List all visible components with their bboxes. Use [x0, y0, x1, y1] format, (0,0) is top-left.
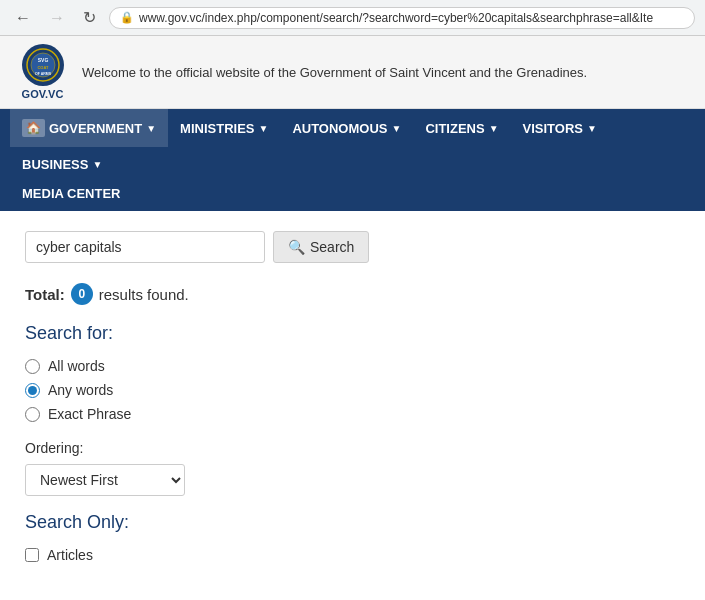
home-icon: 🏠: [22, 119, 45, 137]
nav-item-government[interactable]: 🏠 GOVERNMENT ▼: [10, 109, 168, 147]
announcement-bar: SVG COAT OF ARMS GOV.VC Welcome to the o…: [0, 36, 705, 109]
nav-label-citizens: CITIZENS: [425, 121, 484, 136]
nav-label-visitors: VISITORS: [523, 121, 583, 136]
nav-label-business: BUSINESS: [22, 157, 88, 172]
results-suffix: results found.: [99, 286, 189, 303]
url-bar[interactable]: 🔒 www.gov.vc/index.php/component/search/…: [109, 7, 695, 29]
search-input[interactable]: [25, 231, 265, 263]
nav-item-citizens[interactable]: CITIZENS ▼: [413, 111, 510, 146]
search-row: 🔍 Search: [25, 231, 680, 263]
announcement-text: Welcome to the official website of the G…: [82, 65, 587, 80]
chevron-down-icon: ▼: [146, 123, 156, 134]
logo-area: SVG COAT OF ARMS GOV.VC: [15, 44, 70, 100]
nav-item-ministries[interactable]: MINISTRIES ▼: [168, 111, 280, 146]
checkbox-articles-input[interactable]: [25, 548, 39, 562]
logo-emblem: SVG COAT OF ARMS: [22, 44, 64, 86]
reload-button[interactable]: ↻: [78, 6, 101, 29]
nav-item-media-center[interactable]: MEDIA CENTER: [10, 182, 132, 205]
chevron-down-icon: ▼: [392, 123, 402, 134]
second-nav: MEDIA CENTER: [0, 182, 705, 211]
lock-icon: 🔒: [120, 11, 134, 24]
main-content: 🔍 Search Total: 0 results found. Search …: [0, 211, 705, 583]
results-total: Total: 0 results found.: [25, 283, 680, 305]
browser-bar: ← → ↻ 🔒 www.gov.vc/index.php/component/s…: [0, 0, 705, 36]
search-icon: 🔍: [288, 239, 305, 255]
radio-all-words-label: All words: [48, 358, 105, 374]
ordering-label: Ordering:: [25, 440, 680, 456]
radio-group: All words Any words Exact Phrase: [25, 358, 680, 422]
nav-item-visitors[interactable]: VISITORS ▼: [511, 111, 609, 146]
chevron-down-icon: ▼: [587, 123, 597, 134]
radio-any-words-label: Any words: [48, 382, 113, 398]
radio-all-words-input[interactable]: [25, 359, 40, 374]
checkbox-articles[interactable]: Articles: [25, 547, 680, 563]
url-text: www.gov.vc/index.php/component/search/?s…: [139, 11, 653, 25]
nav-label-government: GOVERNMENT: [49, 121, 142, 136]
radio-exact-phrase-input[interactable]: [25, 407, 40, 422]
chevron-down-icon: ▼: [258, 123, 268, 134]
main-nav: 🏠 GOVERNMENT ▼ MINISTRIES ▼ AUTONOMOUS ▼…: [0, 109, 705, 182]
checkbox-articles-label: Articles: [47, 547, 93, 563]
nav-item-autonomous[interactable]: AUTONOMOUS ▼: [280, 111, 413, 146]
forward-button[interactable]: →: [44, 7, 70, 29]
nav-label-ministries: MINISTRIES: [180, 121, 254, 136]
nav-item-business[interactable]: BUSINESS ▼: [10, 147, 114, 182]
total-label: Total:: [25, 286, 65, 303]
svg-text:COAT: COAT: [37, 65, 49, 70]
radio-exact-phrase-label: Exact Phrase: [48, 406, 131, 422]
back-button[interactable]: ←: [10, 7, 36, 29]
radio-exact-phrase[interactable]: Exact Phrase: [25, 406, 680, 422]
svg-text:SVG: SVG: [37, 57, 48, 63]
chevron-down-icon: ▼: [489, 123, 499, 134]
radio-any-words-input[interactable]: [25, 383, 40, 398]
search-for-label: Search for:: [25, 323, 680, 344]
ordering-select[interactable]: Newest First Oldest First Most Popular: [25, 464, 185, 496]
chevron-down-icon: ▼: [92, 159, 102, 170]
search-button[interactable]: 🔍 Search: [273, 231, 369, 263]
search-only-label: Search Only:: [25, 512, 680, 533]
results-count-badge: 0: [71, 283, 93, 305]
logo-text: GOV.VC: [22, 88, 64, 100]
nav-label-autonomous: AUTONOMOUS: [292, 121, 387, 136]
radio-all-words[interactable]: All words: [25, 358, 680, 374]
search-button-label: Search: [310, 239, 354, 255]
radio-any-words[interactable]: Any words: [25, 382, 680, 398]
svg-text:OF ARMS: OF ARMS: [34, 72, 51, 76]
